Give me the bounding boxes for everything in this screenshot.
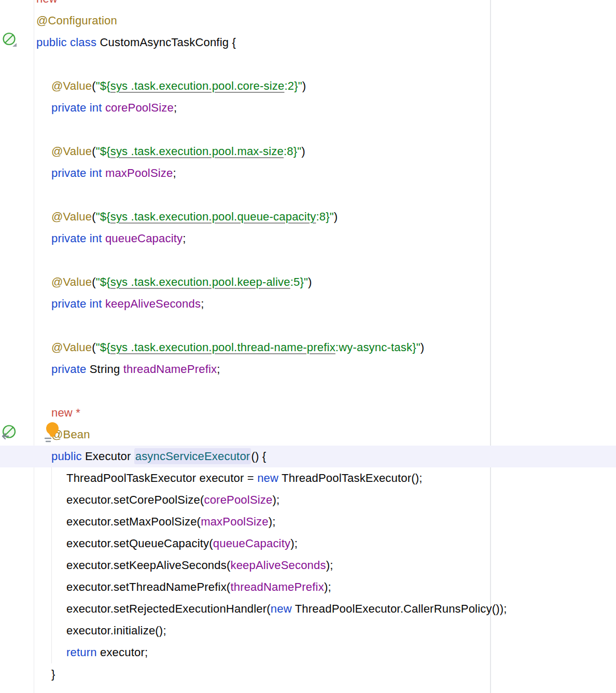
code-token-plain: ThreadPoolExecutor.CallerRunsPolicy());	[292, 602, 507, 615]
code-token-field: maxPoolSize	[201, 515, 269, 528]
code-token-plain: );	[269, 515, 276, 528]
code-line[interactable]: private int keepAliveSeconds;	[36, 293, 616, 315]
code-line[interactable]: @Value("${sys .task.execution.pool.queue…	[36, 206, 616, 228]
code-token-kw: public	[51, 450, 82, 463]
code-token-plain: executor.setMaxPoolSize(	[66, 515, 201, 528]
code-token-strU: sys .task.execution.pool.max-size	[110, 145, 284, 158]
code-token-field: queueCapacity	[213, 537, 290, 550]
code-token-red: new	[36, 0, 58, 5]
code-token-kw: private	[51, 363, 86, 376]
code-token-kw: new	[271, 602, 292, 615]
code-line[interactable]: @Value("${sys .task.execution.pool.threa…	[36, 337, 616, 358]
code-line[interactable]: executor.setThreadNamePrefix(threadNameP…	[36, 576, 616, 598]
code-token-plain: (	[92, 145, 96, 158]
code-token-ann: @Configuration	[36, 14, 117, 27]
code-token-field: threadNamePrefix	[230, 580, 324, 593]
code-token-plain: (	[92, 341, 96, 354]
code-line[interactable]: }	[36, 663, 616, 685]
code-token-plain: (	[92, 275, 96, 288]
code-token-plain: ;	[174, 101, 177, 114]
code-line[interactable]: public class CustomAsyncTaskConfig {	[36, 32, 616, 53]
code-token-field: corePoolSize	[105, 101, 174, 114]
code-token-ann: @Value	[51, 275, 92, 288]
code-token-plain: )	[308, 275, 312, 288]
code-token-field: corePoolSize	[204, 493, 272, 506]
code-token-plain: executor.setCorePoolSize(	[66, 493, 204, 506]
code-line[interactable]: executor.setRejectedExecutionHandler(new…	[36, 598, 616, 620]
code-token-str: "${	[96, 275, 110, 288]
code-token-red: new *	[51, 406, 80, 419]
code-token-plain: ;	[201, 297, 204, 310]
code-token-field: maxPoolSize	[105, 167, 173, 179]
code-token-plain: );	[326, 559, 333, 572]
code-token-kw: private int	[51, 232, 102, 245]
code-line[interactable]: ThreadPoolTaskExecutor executor = new Th…	[36, 467, 616, 489]
intention-bulb-icon[interactable]	[44, 419, 60, 445]
code-token-strU: sys .task.execution.pool.thread-name-pre…	[110, 341, 335, 354]
code-line[interactable]: @Value("${sys .task.execution.pool.max-s…	[36, 141, 616, 162]
code-token-plain: executor.setQueueCapacity(	[66, 537, 213, 550]
code-token-method: asyncServiceExecutor	[134, 448, 251, 464]
code-line[interactable]: private int queueCapacity;	[36, 228, 616, 250]
code-token-plain: executor.setKeepAliveSeconds(	[66, 559, 230, 572]
code-line[interactable]: public Executor asyncServiceExecutor() {	[36, 446, 616, 467]
code-token-field: threadNamePrefix	[123, 363, 217, 376]
code-token-strU: sys .task.execution.pool.keep-alive	[110, 275, 290, 288]
code-line[interactable]: executor.setQueueCapacity(queueCapacity)…	[36, 533, 616, 555]
code-line[interactable]: executor.setCorePoolSize(corePoolSize);	[36, 489, 616, 511]
code-token-plain: () {	[251, 450, 266, 463]
code-token-str: "${	[96, 79, 110, 92]
code-line[interactable]: private String threadNamePrefix;	[36, 358, 616, 380]
code-token-plain: )	[301, 145, 305, 158]
code-token-plain: (	[92, 210, 96, 223]
code-token-str: "${	[96, 341, 110, 354]
code-token-plain: ;	[173, 167, 176, 179]
code-token-kw: private int	[51, 167, 102, 179]
code-token-plain: (	[92, 79, 96, 92]
code-token-plain: executor;	[97, 646, 148, 659]
code-token-kw: new	[257, 472, 278, 484]
code-token-str: :8}"	[284, 145, 301, 158]
code-line[interactable]: @Bean	[36, 424, 616, 446]
code-line[interactable]: @Value("${sys .task.execution.pool.keep-…	[36, 271, 616, 293]
code-line[interactable]	[36, 53, 616, 75]
code-token-plain: );	[273, 493, 280, 506]
code-token-strU: sys .task.execution.pool.queue-capacity	[110, 210, 316, 223]
code-line[interactable]: new	[36, 0, 616, 10]
code-line[interactable]	[36, 250, 616, 271]
code-line[interactable]: private int maxPoolSize;	[36, 162, 616, 184]
code-line[interactable]	[36, 315, 616, 337]
editor-pane: new@Configurationpublic class CustomAsyn…	[0, 0, 616, 693]
code-token-plain: ;	[183, 232, 186, 245]
code-token-field: keepAliveSeconds	[105, 297, 201, 310]
bean-disabled-icon[interactable]	[2, 32, 19, 48]
code-line[interactable]: @Configuration	[36, 10, 616, 32]
code-token-kw: public class	[36, 36, 96, 49]
code-token-plain: }	[51, 668, 55, 681]
code-token-ann: @Value	[51, 79, 92, 92]
code-token-plain: );	[290, 537, 298, 550]
code-token-plain: )	[421, 341, 425, 354]
code-line[interactable]: @Value("${sys .task.execution.pool.core-…	[36, 75, 616, 97]
code-token-plain: )	[334, 210, 338, 223]
code-token-kw: private int	[51, 297, 102, 310]
code-line[interactable]	[36, 119, 616, 141]
code-line[interactable]	[36, 380, 616, 402]
code-line[interactable]: return executor;	[36, 642, 616, 663]
code-token-strU: sys .task.execution.pool.core-size	[110, 79, 285, 92]
code-token-kw: private int	[51, 101, 102, 114]
code-line[interactable]: executor.setKeepAliveSeconds(keepAliveSe…	[36, 555, 616, 576]
code-line[interactable]: new *	[36, 402, 616, 424]
code-token-str: "${	[96, 145, 110, 158]
code-token-plain: ThreadPoolTaskExecutor executor =	[66, 472, 257, 484]
code-token-ann: @Value	[51, 210, 92, 223]
code-token-plain: )	[302, 79, 306, 92]
bean-disabled-navigate-icon[interactable]	[1, 423, 18, 441]
code-line[interactable]: executor.initialize();	[36, 620, 616, 642]
code-token-ann: @Value	[51, 341, 92, 354]
code-line[interactable]: private int corePoolSize;	[36, 97, 616, 119]
code-token-plain: ;	[217, 363, 220, 376]
code-line[interactable]: executor.setMaxPoolSize(maxPoolSize);	[36, 511, 616, 533]
code-token-str: "${	[96, 210, 110, 223]
code-line[interactable]	[36, 184, 616, 206]
